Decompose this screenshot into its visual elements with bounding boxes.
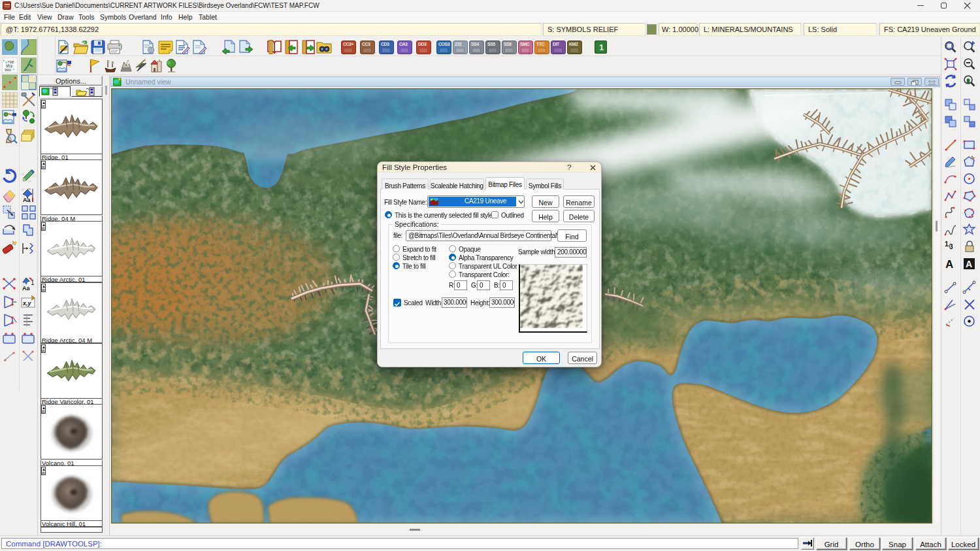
svg-text:Aa: Aa: [23, 197, 31, 203]
svg-text:x,y: x,y: [22, 300, 32, 307]
svg-text:3: 3: [949, 243, 953, 250]
svg-text:990: 990: [5, 68, 12, 72]
svg-text:Aa: Aa: [22, 285, 30, 292]
svg-text:A: A: [945, 258, 953, 271]
svg-text:A: A: [966, 259, 972, 269]
svg-text:1: 1: [31, 279, 35, 286]
